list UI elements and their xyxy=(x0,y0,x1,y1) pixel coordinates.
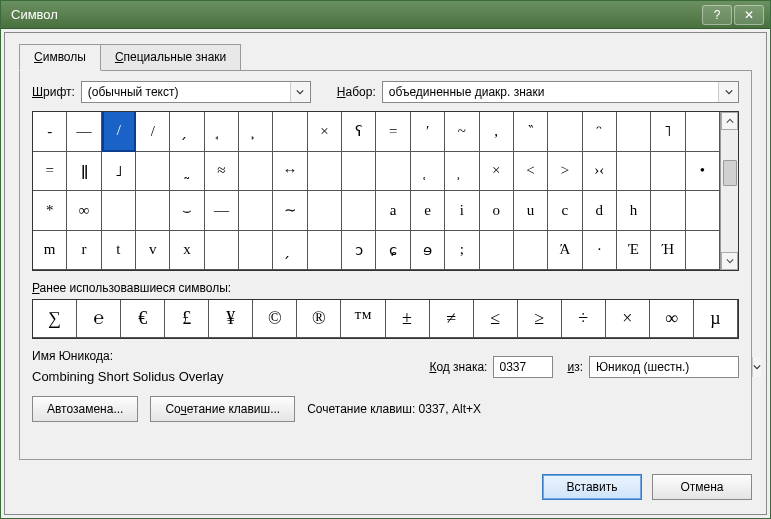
symbol-cell[interactable]: ∞ xyxy=(67,191,101,231)
symbol-cell[interactable] xyxy=(308,152,342,192)
symbol-cell[interactable]: - xyxy=(33,112,67,152)
chevron-down-icon[interactable] xyxy=(752,357,761,377)
autocorrect-button[interactable]: Автозамена... xyxy=(32,396,138,422)
symbol-cell[interactable]: , xyxy=(480,112,514,152)
chevron-down-icon[interactable] xyxy=(290,82,310,102)
recent-symbol-cell[interactable]: ® xyxy=(297,300,341,338)
symbol-cell[interactable]: — xyxy=(67,112,101,152)
recent-symbol-cell[interactable]: ± xyxy=(386,300,430,338)
symbol-cell[interactable] xyxy=(514,231,548,271)
symbol-cell[interactable] xyxy=(686,112,720,152)
symbol-cell[interactable]: ′ xyxy=(411,112,445,152)
symbol-cell[interactable]: Ή xyxy=(651,231,685,271)
symbol-cell[interactable]: i xyxy=(445,191,479,231)
symbol-cell[interactable]: e xyxy=(411,191,445,231)
cancel-button[interactable]: Отмена xyxy=(652,474,752,500)
symbol-cell[interactable]: ɕ xyxy=(376,231,410,271)
chevron-down-icon[interactable] xyxy=(718,82,738,102)
symbol-cell[interactable]: Ά xyxy=(548,231,582,271)
symbol-cell[interactable]: u xyxy=(514,191,548,231)
symbol-cell[interactable]: ̜ xyxy=(411,152,445,192)
symbol-cell[interactable]: ≈ xyxy=(205,152,239,192)
from-combo[interactable] xyxy=(589,356,739,378)
symbol-cell[interactable]: · xyxy=(583,231,617,271)
scrollbar[interactable] xyxy=(720,112,738,270)
symbol-cell[interactable]: / xyxy=(136,112,170,152)
symbol-cell[interactable]: ˩ xyxy=(102,152,136,192)
recent-symbol-cell[interactable]: ≤ xyxy=(474,300,518,338)
symbol-cell[interactable] xyxy=(136,191,170,231)
close-button[interactable]: ✕ xyxy=(734,5,764,25)
symbol-cell[interactable]: ̙ xyxy=(239,112,273,152)
symbol-cell[interactable]: r xyxy=(67,231,101,271)
symbol-cell[interactable]: v xyxy=(136,231,170,271)
recent-symbol-cell[interactable]: © xyxy=(253,300,297,338)
recent-symbol-cell[interactable]: × xyxy=(606,300,650,338)
symbol-cell[interactable]: — xyxy=(205,191,239,231)
symbol-cell[interactable]: = xyxy=(33,152,67,192)
symbol-cell[interactable]: d xyxy=(583,191,617,231)
symbol-cell[interactable] xyxy=(273,112,307,152)
symbol-cell[interactable]: o xyxy=(480,191,514,231)
symbol-cell[interactable] xyxy=(617,112,651,152)
symbol-cell[interactable]: < xyxy=(514,152,548,192)
tab-symbols[interactable]: Символы xyxy=(19,44,101,71)
recent-symbol-cell[interactable]: ¥ xyxy=(209,300,253,338)
symbol-cell[interactable]: ̘ xyxy=(205,112,239,152)
symbol-cell[interactable]: > xyxy=(548,152,582,192)
symbol-cell[interactable]: * xyxy=(33,191,67,231)
symbol-cell[interactable]: • xyxy=(686,152,720,192)
symbol-cell[interactable] xyxy=(480,231,514,271)
recent-symbol-cell[interactable]: ≥ xyxy=(518,300,562,338)
symbol-cell[interactable]: × xyxy=(308,112,342,152)
symbol-cell[interactable]: ↔ xyxy=(273,152,307,192)
symbol-cell[interactable] xyxy=(205,231,239,271)
symbol-cell[interactable] xyxy=(342,191,376,231)
titlebar[interactable]: Символ ? ✕ xyxy=(1,1,770,29)
symbol-cell[interactable]: ǁ xyxy=(67,152,101,192)
subset-combo[interactable] xyxy=(382,81,739,103)
recent-symbol-cell[interactable]: ∑ xyxy=(33,300,77,338)
recent-symbol-cell[interactable]: µ xyxy=(694,300,738,338)
tab-special[interactable]: Специальные знаки xyxy=(101,44,241,71)
shortcut-button[interactable]: Сочетание клавиш... xyxy=(150,396,295,422)
code-input[interactable] xyxy=(493,356,553,378)
scroll-thumb[interactable] xyxy=(723,160,737,186)
symbol-cell[interactable] xyxy=(239,191,273,231)
symbol-cell[interactable]: c xyxy=(548,191,582,231)
recent-symbol-cell[interactable]: ≠ xyxy=(430,300,474,338)
symbol-cell[interactable]: ; xyxy=(445,231,479,271)
font-input[interactable] xyxy=(82,82,290,102)
symbol-cell[interactable]: ̗ xyxy=(273,231,307,271)
font-combo[interactable] xyxy=(81,81,311,103)
subset-input[interactable] xyxy=(383,82,718,102)
symbol-cell[interactable] xyxy=(617,152,651,192)
scroll-up-button[interactable] xyxy=(721,112,738,130)
recent-symbol-cell[interactable]: € xyxy=(121,300,165,338)
symbol-cell[interactable]: ›‹ xyxy=(583,152,617,192)
scroll-down-button[interactable] xyxy=(721,252,738,270)
symbol-cell[interactable]: = xyxy=(376,112,410,152)
symbol-cell[interactable] xyxy=(239,231,273,271)
symbol-cell[interactable] xyxy=(102,191,136,231)
symbol-cell[interactable]: Έ xyxy=(617,231,651,271)
insert-button[interactable]: Вставить xyxy=(542,474,642,500)
symbol-cell[interactable]: ⌣ xyxy=(170,191,204,231)
symbol-cell[interactable]: × xyxy=(480,152,514,192)
recent-symbol-cell[interactable]: ∞ xyxy=(650,300,694,338)
help-button[interactable]: ? xyxy=(702,5,732,25)
symbol-cell[interactable]: m xyxy=(33,231,67,271)
symbol-cell[interactable]: ~ xyxy=(445,112,479,152)
symbol-cell[interactable] xyxy=(308,231,342,271)
symbol-cell[interactable]: ˥ xyxy=(651,112,685,152)
symbol-cell[interactable] xyxy=(548,112,582,152)
symbol-cell[interactable]: ̹ xyxy=(445,152,479,192)
symbol-cell[interactable] xyxy=(686,231,720,271)
symbol-cell[interactable]: ᵔ xyxy=(583,112,617,152)
recent-symbol-cell[interactable]: £ xyxy=(165,300,209,338)
symbol-cell[interactable]: ˷ xyxy=(170,152,204,192)
symbol-cell[interactable] xyxy=(686,191,720,231)
symbol-cell[interactable] xyxy=(651,191,685,231)
symbol-cell[interactable] xyxy=(239,152,273,192)
symbol-cell[interactable] xyxy=(308,191,342,231)
